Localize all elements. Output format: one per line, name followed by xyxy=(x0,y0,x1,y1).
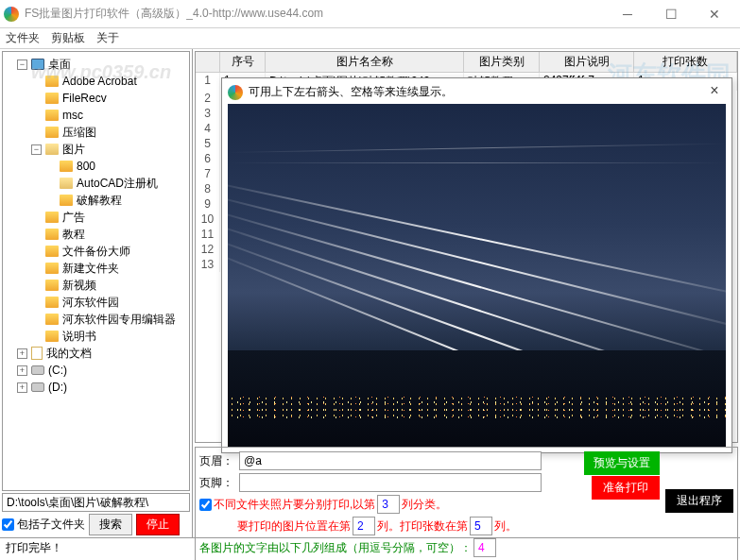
tree-picture[interactable]: 图片 xyxy=(62,142,85,158)
tree-expand-icon[interactable]: + xyxy=(17,365,27,376)
folder-icon xyxy=(45,93,59,104)
col-type[interactable]: 图片类别 xyxy=(464,52,540,72)
tree-collapse-icon[interactable]: − xyxy=(31,144,42,155)
tree-drive[interactable]: (D:) xyxy=(48,381,67,394)
tree-item[interactable]: 新视频 xyxy=(62,278,96,294)
preview-window: × 可用上下左右箭头、空格等来连续显示。 xyxy=(221,77,732,453)
tree-item[interactable]: 新建文件夹 xyxy=(62,261,119,277)
tree-item[interactable]: 河东软件园专用编辑器 xyxy=(62,312,176,328)
right-panel: 河东软件园 序号 图片名全称 图片类别 图片说明 打印张数 1 1 D:\too… xyxy=(193,49,740,537)
desktop-icon xyxy=(31,59,44,70)
folder-icon xyxy=(45,76,59,87)
folder-icon xyxy=(45,229,59,240)
tree-desktop[interactable]: 桌面 xyxy=(48,57,71,73)
menu-folder[interactable]: 文件夹 xyxy=(6,30,40,46)
footer-label: 页脚： xyxy=(199,475,237,491)
col-seq[interactable]: 序号 xyxy=(220,52,266,72)
tree-item[interactable]: 广告 xyxy=(62,210,85,226)
col-copies[interactable]: 打印张数 xyxy=(634,52,737,72)
preview-hint: 可用上下左右箭头、空格等来连续显示。 xyxy=(228,84,726,100)
tree-collapse-icon[interactable]: − xyxy=(17,59,27,70)
header-input[interactable] xyxy=(239,451,542,470)
print-settings-form: 页眉： 预览与设置 页脚： 准备打印 不同文件夹照片要分别打印,以第 列分类。 … xyxy=(195,447,738,560)
folder-tree[interactable]: www.pc0359.cn −桌面 Adobe Acrobat FileRecv… xyxy=(2,51,190,491)
tree-item[interactable]: 800 xyxy=(77,160,95,173)
tree-item[interactable]: 河东软件园 xyxy=(62,295,119,311)
include-sub-check[interactable] xyxy=(2,518,14,531)
app-icon xyxy=(228,85,243,100)
diff-folder-label: 不同文件夹照片要分别打印,以第 xyxy=(214,497,375,513)
app-icon xyxy=(4,7,19,22)
preview-close-button[interactable]: × xyxy=(705,82,724,99)
include-subfolders-checkbox[interactable]: 包括子文件夹 xyxy=(2,517,85,533)
folder-icon xyxy=(45,263,59,274)
folder-icon xyxy=(60,195,73,206)
disk-icon xyxy=(31,365,44,375)
folder-icon xyxy=(45,246,59,257)
col-desc[interactable]: 图片说明 xyxy=(540,52,634,72)
footer-input[interactable] xyxy=(239,473,542,492)
exit-button[interactable]: 退出程序 xyxy=(665,489,733,513)
disk-icon xyxy=(31,382,44,392)
minimize-button[interactable]: ─ xyxy=(606,1,649,27)
tree-item[interactable]: msc xyxy=(62,109,83,122)
folder-open-icon xyxy=(60,178,73,189)
tree-expand-icon[interactable]: + xyxy=(17,382,27,393)
stop-button[interactable]: 停止 xyxy=(136,514,180,535)
tree-item[interactable]: FileRecv xyxy=(62,92,107,105)
maximize-button[interactable]: ☐ xyxy=(649,1,693,27)
folder-icon xyxy=(45,297,59,308)
tree-item[interactable]: Adobe Acrobat xyxy=(62,75,137,88)
menu-about[interactable]: 关于 xyxy=(96,30,119,46)
folder-open-icon xyxy=(45,144,59,155)
tree-item[interactable]: 教程 xyxy=(62,227,85,243)
menu-clipboard[interactable]: 剪贴板 xyxy=(51,30,85,46)
tree-item[interactable]: AutoCAD注册机 xyxy=(77,176,158,192)
folder-icon xyxy=(45,280,59,291)
search-button[interactable]: 搜索 xyxy=(89,514,132,535)
preview-image xyxy=(228,104,726,447)
diff-folder-checkbox[interactable] xyxy=(199,499,212,511)
text-cols-input[interactable] xyxy=(473,538,496,557)
folder-icon xyxy=(60,161,73,172)
tree-item[interactable]: 压缩图 xyxy=(62,125,96,141)
path-input[interactable] xyxy=(2,493,190,512)
menubar: 文件夹 剪贴板 关于 xyxy=(0,28,740,49)
tree-mydocs[interactable]: 我的文档 xyxy=(46,346,92,362)
prepare-print-button[interactable]: 准备打印 xyxy=(592,476,660,500)
tree-item[interactable]: 说明书 xyxy=(62,329,96,345)
tree-item[interactable]: 破解教程 xyxy=(77,193,122,209)
folder-icon xyxy=(45,331,59,342)
category-col-input[interactable] xyxy=(377,495,400,514)
folder-icon xyxy=(45,212,59,223)
left-panel: www.pc0359.cn −桌面 Adobe Acrobat FileRecv… xyxy=(0,49,193,537)
document-icon xyxy=(31,347,43,360)
titlebar: FS批量图片打印软件（高级版）_4.0-http://www.use44.com… xyxy=(0,0,740,28)
status-text: 打印完毕！ xyxy=(6,540,62,556)
window-title: FS批量图片打印软件（高级版）_4.0-http://www.use44.com xyxy=(25,6,606,22)
col-name[interactable]: 图片名全称 xyxy=(266,52,464,72)
header-label: 页眉： xyxy=(199,453,237,469)
close-button[interactable]: ✕ xyxy=(693,1,736,27)
pos-col-input[interactable] xyxy=(353,517,375,535)
folder-icon xyxy=(45,127,59,138)
preview-button[interactable]: 预览与设置 xyxy=(584,451,660,475)
tree-item[interactable]: 文件备份大师 xyxy=(62,244,130,260)
folder-icon xyxy=(45,110,59,121)
copies-col-input[interactable] xyxy=(470,517,492,535)
tree-expand-icon[interactable]: + xyxy=(17,348,27,359)
folder-icon xyxy=(45,314,59,325)
tree-drive[interactable]: (C:) xyxy=(48,364,67,377)
